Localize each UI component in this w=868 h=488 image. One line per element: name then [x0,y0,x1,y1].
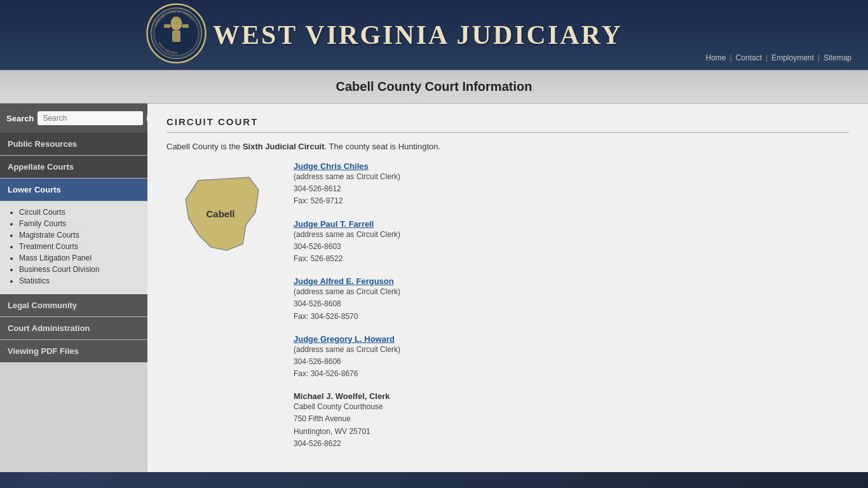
lower-courts-item[interactable]: Family Courts [19,219,66,228]
judge-name[interactable]: Judge Paul T. Farrell [294,219,849,229]
judge-name[interactable]: Judge Chris Chiles [294,161,849,171]
lower-courts-item[interactable]: Mass Litigation Panel [19,254,92,262]
svg-text:Cabell: Cabell [206,208,234,219]
intro-post: . The county seat is Huntington. [325,142,441,151]
judge-address: (address same as Circuit Clerk) [294,229,849,241]
nav-contact[interactable]: Contact [732,53,766,62]
nav-employment[interactable]: Employment [768,53,818,62]
search-input[interactable] [37,111,143,125]
judges-list: Judge Chris Chiles(address same as Circu… [294,161,849,450]
svg-rect-7 [182,24,189,28]
judge-address: (address same as Circuit Clerk) [294,171,849,183]
sidebar-item-appellate-courts[interactable]: Appellate Courts [0,156,147,179]
clerk-entry: Michael J. Woelfel, ClerkCabell County C… [294,391,849,450]
judge-phone: 304-526-8612 [294,183,849,195]
circuit-intro: Cabell County is the Sixth Judicial Circ… [166,142,849,151]
nav-home[interactable]: Home [702,53,730,62]
sidebar-item-legal-community[interactable]: Legal Community [0,294,147,317]
judge-phone: 304-526-8608 [294,298,849,310]
svg-point-3 [171,17,182,30]
court-body: Cabell Judge Chris Chiles(address same a… [166,161,849,450]
judge-fax: Fax: 304-526-8676 [294,368,849,380]
lower-courts-list: Circuit CourtsFamily CourtsMagistrate Co… [9,208,139,285]
sidebar-item-lower-courts[interactable]: Lower Courts [0,179,147,201]
sidebar-item-court-administration[interactable]: Court Administration [0,317,147,340]
judge-name[interactable]: Judge Gregory L. Howard [294,334,849,344]
county-map: Cabell [166,161,281,450]
judge-fax: Fax: 526-8522 [294,253,849,265]
intro-pre: Cabell County is the [166,142,243,151]
clerk-name: Michael J. Woelfel, Clerk [294,391,849,401]
svg-rect-6 [164,24,170,28]
judge-fax: Fax: 304-526-8570 [294,311,849,323]
lower-courts-item[interactable]: Treatment Courts [19,242,78,251]
judge-entry: Judge Gregory L. Howard(address same as … [294,334,849,381]
page-title: Cabell County Court Information [0,70,868,104]
site-title: WEST VIRGINIA JUDICIARY [213,20,623,50]
main-layout: Search Public Resources Appellate Courts… [0,104,868,472]
judge-name[interactable]: Judge Alfred E. Ferguson [294,276,849,286]
judge-phone: 304-526-8603 [294,241,849,253]
judge-address: (address same as Circuit Clerk) [294,344,849,356]
svg-rect-4 [172,30,180,42]
search-bar: Search [0,104,147,133]
lower-courts-item[interactable]: Circuit Courts [19,208,65,217]
lower-courts-item[interactable]: Magistrate Courts [19,231,79,240]
court-seal: SUPREME COURT OF APPEALS WEST VIRGINIA [146,3,207,64]
sidebar-item-viewing-pdf[interactable]: Viewing PDF Files [0,340,147,363]
search-label: Search [6,114,34,123]
top-navigation: Home | Contact | Employment | Sitemap [702,53,855,62]
judge-phone: 304-526-8606 [294,356,849,368]
lower-courts-submenu: Circuit CourtsFamily CourtsMagistrate Co… [0,201,147,294]
judge-entry: Judge Paul T. Farrell(address same as Ci… [294,219,849,266]
clerk-address-line: Cabell County Courthouse [294,401,849,413]
clerk-address-line: 750 Fifth Avenue [294,413,849,425]
judge-address: (address same as Circuit Clerk) [294,286,849,298]
lower-courts-item[interactable]: Statistics [19,276,50,285]
section-title: CIRCUIT COURT [166,116,849,133]
judge-fax: Fax: 526-9712 [294,195,849,207]
clerk-address-line: Huntington, WV 25701 [294,426,849,438]
nav-sitemap[interactable]: Sitemap [820,53,855,62]
sidebar-item-public-resources[interactable]: Public Resources [0,133,147,156]
lower-courts-item[interactable]: Business Court Division [19,265,100,274]
clerk-address-line: 304-526-8622 [294,438,849,450]
main-content: CIRCUIT COURT Cabell County is the Sixth… [147,104,868,472]
intro-bold: Sixth Judicial Circuit [243,142,325,151]
judge-entry: Judge Alfred E. Ferguson(address same as… [294,276,849,323]
judge-entry: Judge Chris Chiles(address same as Circu… [294,161,849,208]
sidebar: Search Public Resources Appellate Courts… [0,104,147,472]
site-header: SUPREME COURT OF APPEALS WEST VIRGINIA W… [0,0,868,70]
